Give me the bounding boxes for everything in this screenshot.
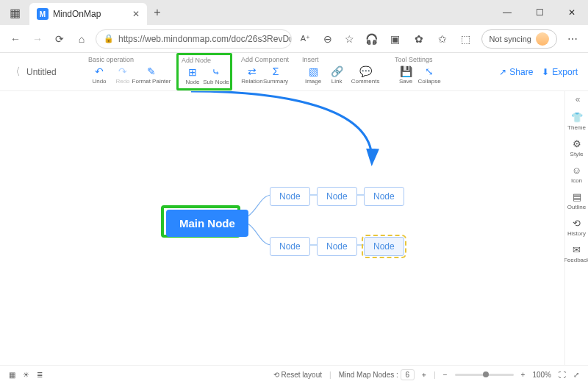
profile-avatar-icon (536, 32, 549, 46)
panel-history-button[interactable]: ⟲History (565, 218, 588, 237)
status-grid-icon[interactable]: ▦ (9, 371, 15, 379)
subnode-icon: ⤷ (209, 65, 223, 79)
app-toolbar: 〈 Untitled Basic operation ↶Undo ↷Redo ✎… (0, 53, 588, 91)
lock-icon: 🔒 (104, 34, 114, 43)
child-node[interactable]: Node (317, 187, 357, 206)
outline-icon: ▤ (573, 191, 581, 202)
insert-comments-button[interactable]: 💬Comments (349, 65, 381, 85)
child-node[interactable]: Node (317, 237, 357, 256)
tab-title: MindOnMap (53, 9, 128, 19)
group-title-insert: Insert (302, 56, 381, 63)
window-maximize-button[interactable]: ☐ (523, 0, 556, 25)
locate-icon[interactable]: ⌖ (422, 371, 426, 380)
comments-icon: 💬 (359, 65, 372, 78)
paint-icon: ✎ (145, 65, 158, 78)
nav-forward-icon[interactable]: → (29, 31, 46, 47)
zoom-out-icon[interactable]: ⊖ (320, 31, 336, 47)
zoom-slider[interactable] (455, 374, 514, 376)
zoom-value: 100% (532, 371, 551, 379)
browser-tab[interactable]: M MindOnMap ✕ (29, 3, 147, 25)
panel-feedback-button[interactable]: ✉Feedback (565, 244, 588, 263)
favorite-icon[interactable]: ☆ (342, 31, 358, 47)
relation-icon: ⇄ (245, 65, 259, 78)
canvas[interactable]: Main Node Node Node Node Node Node Node (0, 91, 564, 365)
nav-refresh-icon[interactable]: ⟳ (51, 31, 68, 47)
more-menu-icon[interactable]: ⋯ (564, 31, 581, 47)
group-title-tool-settings: Tool Settings (395, 56, 440, 63)
nav-home-icon[interactable]: ⌂ (74, 31, 90, 47)
panel-theme-button[interactable]: 👕Theme (565, 112, 588, 131)
nav-back-icon[interactable]: ← (7, 31, 24, 47)
new-tab-button[interactable]: + (147, 0, 168, 25)
panel-style-button[interactable]: ⚙Style (565, 138, 588, 157)
window-close-button[interactable]: ✕ (556, 0, 588, 25)
panel-icon-button[interactable]: ☺Icon (565, 165, 588, 184)
reset-layout-button[interactable]: ⟲ Reset layout (273, 371, 322, 379)
headphones-icon[interactable]: 🎧 (364, 31, 380, 47)
window-minimize-button[interactable]: — (491, 0, 523, 25)
mindonmap-favicon-icon: M (37, 8, 49, 20)
group-title-basic: Basic operation (88, 56, 168, 63)
status-bar: ▦ ☀ ≣ ⟲ Reset layout | Mind Map Nodes : … (0, 365, 588, 384)
window-controls: — ☐ ✕ (491, 0, 588, 25)
downloads-icon[interactable]: ⬚ (458, 31, 474, 47)
mindmap-connectors (0, 91, 564, 365)
child-node[interactable]: Node (270, 237, 310, 256)
summary-icon: Σ (269, 65, 282, 78)
main-node[interactable]: Main Node (166, 210, 248, 237)
group-title-add-node: Add Node (182, 57, 227, 64)
theme-icon: 👕 (571, 112, 583, 123)
status-sun-icon[interactable]: ☀ (23, 371, 29, 379)
reset-icon: ⟲ (273, 371, 279, 379)
relation-button[interactable]: ⇄Relation (241, 65, 263, 85)
summary-button[interactable]: ΣSummary (265, 65, 287, 85)
zoom-slider-thumb[interactable] (483, 371, 489, 377)
child-node[interactable]: Node (364, 187, 404, 206)
extensions-icon[interactable]: ✿ (411, 31, 427, 47)
smile-icon: ☺ (572, 165, 581, 176)
feedback-icon: ✉ (573, 244, 581, 255)
status-layers-icon[interactable]: ≣ (37, 371, 43, 379)
zoom-in-status-button[interactable]: + (521, 371, 526, 379)
insert-image-button[interactable]: ▧Image (302, 65, 324, 85)
address-bar[interactable]: 🔒 https://web.mindonmap.com/doc/26s3RevD… (96, 29, 292, 49)
redo-icon: ↷ (116, 65, 129, 78)
image-icon: ▧ (306, 65, 320, 78)
export-button[interactable]: ⬇Export (542, 67, 578, 77)
document-title[interactable]: Untitled (26, 67, 57, 77)
group-tool-settings: Tool Settings 💾Save ⤡Collapse (390, 53, 445, 90)
child-node-selected[interactable]: Node (364, 237, 404, 256)
collapse-button[interactable]: ⤡Collapse (418, 65, 440, 85)
read-aloud-icon[interactable]: A⁺ (298, 31, 314, 47)
tab-strip-left-icon[interactable]: ▦ (0, 0, 29, 25)
collapse-panel-button[interactable]: « (576, 94, 578, 104)
fullscreen-icon[interactable]: ⤢ (573, 371, 579, 379)
panel-outline-button[interactable]: ▤Outline (565, 191, 588, 210)
back-button[interactable]: 〈 (10, 65, 21, 79)
group-add-node: Add Node ⊞Node ⤷Sub Node (176, 53, 232, 90)
share-button[interactable]: ↗Share (499, 67, 533, 77)
fit-screen-icon[interactable]: ⛶ (559, 371, 566, 379)
group-basic-operation: Basic operation ↶Undo ↷Redo ✎Format Pain… (84, 53, 172, 90)
zoom-out-status-button[interactable]: − (443, 371, 448, 379)
redo-button[interactable]: ↷Redo (112, 65, 134, 85)
add-subnode-button[interactable]: ⤷Sub Node (205, 65, 227, 85)
child-node[interactable]: Node (270, 187, 310, 206)
add-node-button[interactable]: ⊞Node (182, 65, 204, 85)
style-icon: ⚙ (573, 138, 581, 149)
collections-icon[interactable]: ▣ (387, 31, 404, 47)
group-title-add-component: Add Component (241, 56, 289, 63)
undo-icon: ↶ (93, 65, 106, 78)
browser-titlebar: ▦ M MindOnMap ✕ + — ☐ ✕ (0, 0, 588, 25)
undo-button[interactable]: ↶Undo (88, 65, 110, 85)
export-icon: ⬇ (542, 67, 549, 77)
group-insert: Insert ▧Image 🔗Link 💬Comments (298, 53, 386, 90)
favorites-bar-icon[interactable]: ✩ (434, 31, 451, 47)
save-button[interactable]: 💾Save (395, 65, 417, 85)
close-tab-icon[interactable]: ✕ (132, 9, 140, 19)
insert-link-button[interactable]: 🔗Link (326, 65, 348, 85)
profile-sync-button[interactable]: Not syncing (481, 29, 557, 49)
node-count-label: Mind Map Nodes : 6 (339, 371, 415, 379)
side-panel: « 👕Theme ⚙Style ☺Icon ▤Outline ⟲History … (564, 91, 588, 365)
format-painter-button[interactable]: ✎Format Painter (135, 65, 168, 85)
